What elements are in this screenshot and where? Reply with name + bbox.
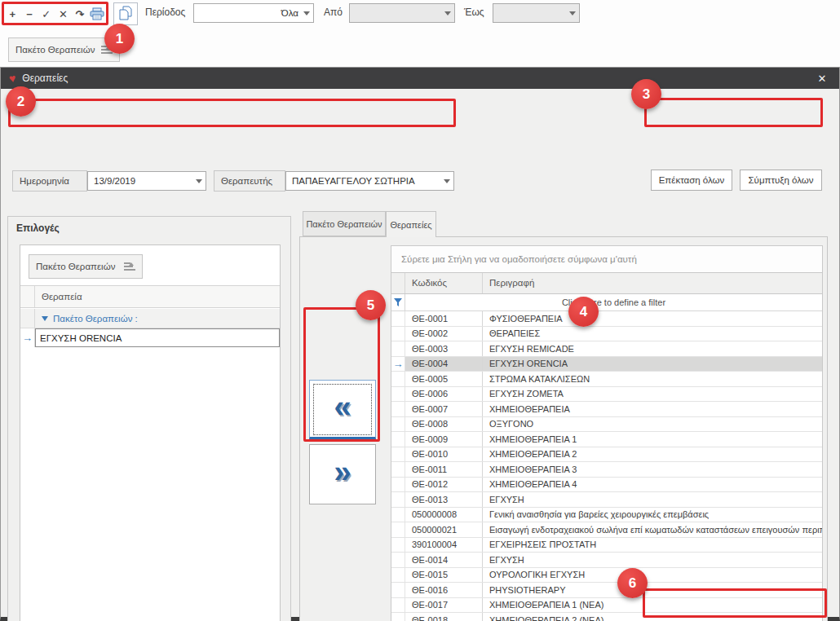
selected-therapies-list: Πακέτο Θεραπειών Θεραπεία Πακέτο Θεραπει… bbox=[20, 244, 281, 621]
redo-icon[interactable]: ↷ bbox=[72, 5, 89, 23]
code-column-header[interactable]: Κωδικός bbox=[405, 273, 483, 294]
row-description-cell: ΧΗΜΕΙΟΘΕΡΑΠΕΙΑ 1 (ΝΕΑ) bbox=[483, 598, 822, 613]
row-description-cell: ΧΗΜΕΙΟΘΕΡΑΠΕΙΑ 2 (ΝΕΑ) bbox=[483, 613, 822, 621]
table-row[interactable]: ΘΕ-0017ΧΗΜΕΙΟΘΕΡΑΠΕΙΑ 1 (ΝΕΑ) bbox=[391, 598, 822, 614]
row-description-cell: ΕΓΧΕΙΡΗΣΕΙΣ ΠΡΟΣΤΑΤΗ bbox=[483, 538, 822, 553]
annotation-badge-2: 2 bbox=[6, 86, 36, 117]
row-description-cell: ΕΓΧΥΣΗ bbox=[483, 492, 822, 507]
from-label: Από bbox=[324, 7, 343, 18]
collapse-triangle-icon[interactable] bbox=[42, 316, 48, 324]
table-row[interactable]: ΘΕ-0005ΣΤΡΩΜΑ ΚΑΤΑΚΛΙΣΕΩΝ bbox=[391, 372, 822, 387]
double-chevron-right-icon: » bbox=[334, 456, 351, 492]
row-code-cell: ΘΕ-0012 bbox=[405, 478, 483, 492]
date-select[interactable]: 13/9/2019 bbox=[87, 171, 206, 191]
period-label: Περίοδος bbox=[145, 7, 185, 18]
table-row[interactable]: ΘΕ-0008ΟΞΥΓΟΝΟ bbox=[391, 417, 822, 433]
remove-icon[interactable]: − bbox=[21, 5, 38, 23]
collapse-all-button[interactable]: Σύμπτυξη όλων bbox=[740, 170, 822, 191]
current-row-arrow-icon: → bbox=[393, 359, 404, 369]
row-indicator-column bbox=[20, 286, 35, 307]
annotation-badge-3: 3 bbox=[631, 79, 661, 109]
row-code-cell: ΘΕ-0007 bbox=[405, 402, 483, 416]
table-row[interactable]: 050000021Εισαγωγή ενδοτραχειακού σωλήνα … bbox=[391, 522, 822, 538]
row-description-cell: ΟΞΥΓΟΝΟ bbox=[483, 417, 822, 432]
group-by-package-button[interactable]: Πακέτο Θεραπειών bbox=[29, 254, 143, 279]
table-row[interactable]: ΘΕ-0009ΧΗΜΕΙΟΘΕΡΑΠΕΙΑ 1 bbox=[391, 432, 822, 447]
sort-icon bbox=[124, 262, 135, 271]
move-left-button[interactable]: « bbox=[309, 380, 376, 439]
copy-icon bbox=[119, 6, 132, 23]
tree-buttons: Επέκταση όλων Σύμπτυξη όλων bbox=[651, 170, 822, 191]
dialog-title: Θεραπείες bbox=[22, 73, 68, 84]
table-row[interactable]: ΘΕ-0003ΕΓΧΥΣΗ REMICADE bbox=[391, 341, 822, 357]
row-code-cell: ΘΕ-0016 bbox=[405, 583, 483, 597]
therapist-label: Θεραπευτής bbox=[214, 170, 285, 192]
options-panel: Επιλογές Πακέτο Θεραπειών Θεραπεία Πακέτ… bbox=[7, 216, 291, 621]
group-by-hint[interactable]: Σύρετε μια Στήλη για να ομαδοποιήσετε σύ… bbox=[391, 246, 822, 273]
row-code-cell: ΘΕ-0011 bbox=[405, 462, 483, 477]
dialog-titlebar: ♥ Θεραπείες ✕ bbox=[1, 68, 839, 89]
move-right-button[interactable]: » bbox=[309, 444, 376, 504]
table-row[interactable]: ΘΕ-0001ΦΥΣΙΟΘΕΡΑΠΕΙΑ bbox=[391, 311, 822, 327]
description-column-header[interactable]: Περιγραφή bbox=[483, 273, 822, 294]
table-row[interactable]: ΘΕ-0014ΕΓΧΥΣΗ bbox=[391, 553, 822, 568]
table-row[interactable]: ΘΕ-0018ΧΗΜΕΙΟΘΕΡΑΠΕΙΑ 2 (ΝΕΑ) bbox=[391, 613, 822, 621]
close-icon[interactable]: ✕ bbox=[813, 73, 831, 85]
annotation-badge-6: 6 bbox=[617, 568, 648, 598]
annotation-badge-4: 4 bbox=[568, 297, 599, 327]
chevron-down-icon bbox=[444, 11, 451, 19]
row-code-cell: ΘΕ-0006 bbox=[405, 387, 483, 402]
row-description-cell: ΕΓΧΥΣΗ REMICADE bbox=[483, 341, 822, 356]
row-description-cell: PHYSIOTHERAPY bbox=[483, 583, 822, 597]
table-row[interactable]: ΘΕ-0011ΧΗΜΕΙΟΘΕΡΑΠΕΙΑ 3 bbox=[391, 462, 822, 478]
row-description-cell: ΟΥΡΟΛΟΓΙΚΗ ΕΓΧΥΣΗ bbox=[483, 568, 822, 583]
row-code-cell: ΘΕ-0009 bbox=[405, 432, 483, 447]
filter-funnel-icon bbox=[394, 298, 402, 306]
row-code-cell: ΘΕ-0002 bbox=[405, 327, 483, 341]
table-row[interactable]: ΘΕ-0016PHYSIOTHERAPY bbox=[391, 583, 822, 598]
print-icon[interactable] bbox=[88, 5, 105, 23]
table-row[interactable]: ΘΕ-0007ΧΗΜΕΙΟΘΕΡΑΠΕΙΑ bbox=[391, 402, 822, 417]
tab-therapies[interactable]: Θεραπείες bbox=[386, 211, 436, 237]
row-description-cell: ΣΤΡΩΜΑ ΚΑΤΑΚΛΙΣΕΩΝ bbox=[483, 372, 822, 386]
confirm-icon[interactable]: ✓ bbox=[38, 5, 55, 23]
table-row[interactable]: ΘΕ-0006ΕΓΧΥΣΗ ZOMETA bbox=[391, 387, 822, 403]
row-description-cell: ΧΗΜΕΙΟΘΕΡΑΠΕΙΑ 1 bbox=[483, 432, 822, 447]
current-row-arrow-icon: → bbox=[22, 333, 33, 343]
therapy-column-header[interactable]: Θεραπεία bbox=[20, 285, 280, 308]
table-row[interactable]: →ΘΕ-0004ΕΓΧΥΣΗ ORENCIA bbox=[391, 357, 822, 372]
row-indicator-column bbox=[391, 273, 405, 294]
table-row[interactable]: ΘΕ-0015ΟΥΡΟΛΟΓΙΚΗ ΕΓΧΥΣΗ bbox=[391, 568, 822, 584]
date-label: Ημερομηνία bbox=[12, 170, 87, 192]
tab-package-of-therapies[interactable]: Πακέτο Θεραπειών bbox=[303, 211, 386, 236]
table-row[interactable]: ΘΕ-0010ΧΗΜΕΙΟΘΕΡΑΠΕΙΑ 2 bbox=[391, 447, 822, 463]
copy-button[interactable] bbox=[113, 2, 138, 25]
to-select[interactable] bbox=[493, 3, 580, 23]
row-description-cell: ΕΓΧΥΣΗ ORENCIA bbox=[483, 357, 822, 372]
from-select[interactable] bbox=[349, 3, 455, 23]
period-select[interactable]: Όλα bbox=[193, 3, 314, 23]
table-row[interactable]: ΘΕ-0012ΧΗΜΕΙΟΘΕΡΑΠΕΙΑ 4 bbox=[391, 478, 822, 493]
record-toolbar: + − ✓ ✕ ↷ bbox=[4, 4, 105, 24]
expand-all-button[interactable]: Επέκταση όλων bbox=[651, 170, 732, 191]
to-label: Έως bbox=[464, 7, 484, 18]
selected-therapy-row[interactable]: → ΕΓΧΥΣΗ ORENCIA bbox=[20, 328, 280, 347]
table-row[interactable]: ΘΕ-0002ΘΕΡΑΠΕΙΕΣ bbox=[391, 327, 822, 342]
cancel-icon[interactable]: ✕ bbox=[55, 5, 72, 23]
table-row[interactable]: 050000008Γενική αναισθησία για βαρείες χ… bbox=[391, 508, 822, 523]
package-of-therapies-tab[interactable]: Πακέτο Θεραπειών bbox=[8, 37, 120, 62]
filter-row[interactable]: Click here to define a filter bbox=[391, 294, 822, 311]
header-fields: Ημερομηνία 13/9/2019 Θεραπευτής ΠΑΠΑΕΥΑΓ… bbox=[12, 170, 454, 192]
chevron-down-icon bbox=[444, 179, 450, 187]
therapist-select[interactable]: ΠΑΠΑΕΥΑΓΓΕΛΟΥ ΣΩΤΗΡΙΑ bbox=[285, 171, 454, 191]
row-description-cell: ΧΗΜΕΙΟΘΕΡΑΠΕΙΑ bbox=[483, 402, 822, 416]
table-row[interactable]: 390100004ΕΓΧΕΙΡΗΣΕΙΣ ΠΡΟΣΤΑΤΗ bbox=[391, 538, 822, 553]
package-group-row[interactable]: Πακέτο Θεραπειών : bbox=[20, 309, 280, 328]
row-code-cell: ΘΕ-0003 bbox=[405, 341, 483, 356]
row-code-cell: ΘΕ-0005 bbox=[405, 372, 483, 386]
row-code-cell: 050000008 bbox=[405, 508, 483, 522]
row-description-cell: ΕΓΧΥΣΗ ZOMETA bbox=[483, 387, 822, 402]
row-code-cell: ΘΕ-0013 bbox=[405, 492, 483, 507]
add-icon[interactable]: + bbox=[4, 5, 21, 23]
table-row[interactable]: ΘΕ-0013ΕΓΧΥΣΗ bbox=[391, 492, 822, 508]
